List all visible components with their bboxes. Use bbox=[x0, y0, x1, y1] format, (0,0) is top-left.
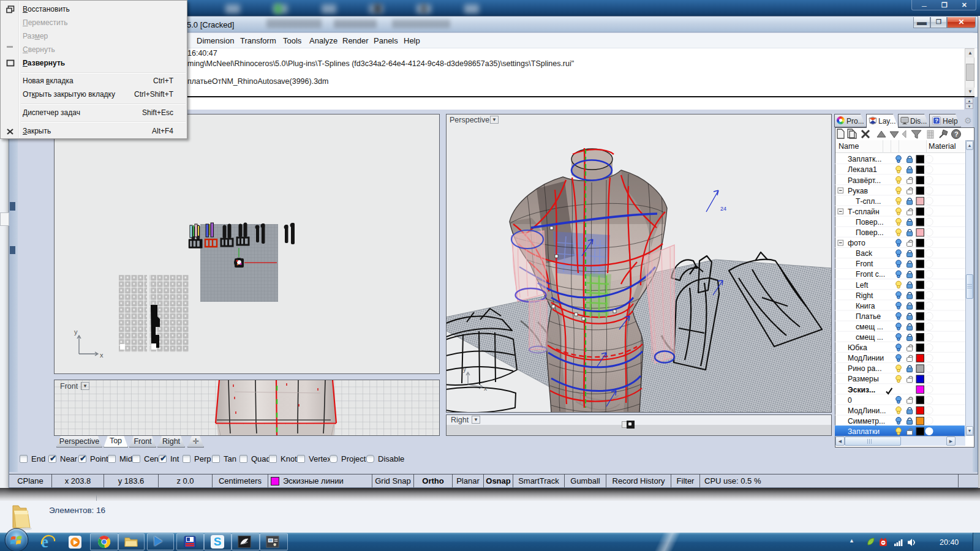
svg-text:Left: Left bbox=[856, 281, 869, 290]
svg-text:?: ? bbox=[935, 117, 938, 124]
svg-text:Front c...: Front c... bbox=[856, 270, 885, 279]
svg-text:Right: Right bbox=[856, 291, 873, 300]
svg-text:смещ ...: смещ ... bbox=[856, 333, 883, 342]
svg-text:y: y bbox=[74, 328, 78, 335]
svg-text:Книга: Книга bbox=[856, 302, 875, 310]
svg-text:фото: фото bbox=[848, 239, 865, 247]
svg-text:Заплатк...: Заплатк... bbox=[848, 155, 881, 163]
svg-text:Заплатки: Заплатки bbox=[848, 427, 880, 436]
svg-text:Эскиз...: Эскиз... bbox=[848, 386, 875, 394]
svg-text:Развёрт...: Развёрт... bbox=[848, 176, 881, 185]
svg-text:24: 24 bbox=[720, 206, 726, 212]
svg-text:x: x bbox=[484, 385, 487, 392]
svg-text:Размеры: Размеры bbox=[848, 375, 879, 383]
svg-text:Рукав: Рукав bbox=[848, 187, 868, 195]
svg-text:?: ? bbox=[954, 130, 959, 138]
svg-text:Рино ра...: Рино ра... bbox=[848, 364, 882, 373]
svg-text:Лекала1: Лекала1 bbox=[848, 165, 877, 174]
svg-text:Повер...: Повер... bbox=[856, 218, 884, 227]
svg-text:Повер...: Повер... bbox=[856, 228, 884, 237]
svg-text:x: x bbox=[100, 351, 104, 359]
svg-text:Back: Back bbox=[856, 249, 873, 258]
svg-text:Т-сплайн: Т-сплайн bbox=[848, 208, 880, 216]
svg-text:Юбка: Юбка bbox=[848, 343, 867, 352]
svg-text:Т-спл...: Т-спл... bbox=[856, 197, 881, 206]
svg-text:смещ ...: смещ ... bbox=[856, 323, 883, 331]
svg-text:Платье: Платье bbox=[856, 312, 881, 321]
svg-text:y: y bbox=[463, 366, 466, 373]
svg-text:МодЛини...: МодЛини... bbox=[848, 407, 886, 415]
svg-text:Симметр...: Симметр... bbox=[848, 417, 885, 425]
svg-text:МодЛинии: МодЛинии bbox=[848, 354, 884, 362]
svg-text:0: 0 bbox=[848, 396, 852, 405]
svg-text:Front: Front bbox=[856, 260, 873, 268]
